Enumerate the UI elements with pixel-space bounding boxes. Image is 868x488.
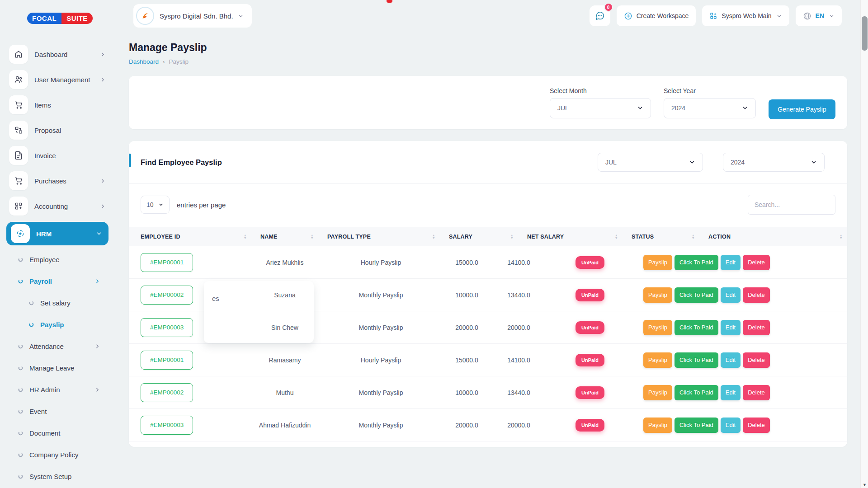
sidebar-subitem-attendance[interactable]: Attendance (0, 338, 115, 354)
column-header-label: ACTION (708, 234, 731, 240)
payslip-button[interactable]: Payslip (643, 418, 672, 433)
column-header-status[interactable]: STATUS▲▼ (623, 227, 699, 246)
grid-icon (709, 12, 717, 20)
sidebar-subitem-company-policy[interactable]: Company Policy (0, 447, 115, 462)
sort-icon: ▲▼ (244, 234, 247, 239)
click-to-paid-button[interactable]: Click To Paid (675, 418, 718, 433)
chevron-right-icon (94, 343, 100, 349)
app-selector[interactable]: Syspro Web Main (702, 5, 789, 26)
delete-button[interactable]: Delete (743, 418, 770, 433)
month-select[interactable]: JUL (550, 98, 651, 118)
click-to-paid-button[interactable]: Click To Paid (675, 287, 718, 303)
chevron-down-icon (742, 105, 748, 111)
bullet-icon (29, 322, 34, 327)
payslip-button[interactable]: Payslip (643, 385, 672, 400)
page-size-control: 10 entries per page (141, 196, 226, 214)
column-header-action[interactable]: ACTION▲▼ (699, 227, 847, 246)
sidebar-item-label: Proposal (34, 127, 61, 134)
sidebar-item-dashboard[interactable]: Dashboard (9, 45, 108, 64)
employee-name: Sin Chew (253, 324, 316, 331)
sidebar-item-label: Purchases (34, 177, 66, 185)
page-size-select[interactable]: 10 (141, 196, 170, 214)
column-header-salary[interactable]: SALARY▲▼ (440, 227, 518, 246)
employee-id-button[interactable]: #EMP00003 (141, 416, 193, 435)
chevron-down-icon (238, 13, 244, 19)
column-header-label: PAYROLL TYPE (327, 234, 371, 240)
sidebar-item-accounting[interactable]: Accounting (9, 197, 108, 216)
employee-id-button[interactable]: #EMP00002 (141, 383, 193, 402)
bullet-icon (18, 474, 23, 479)
sidebar-subitem-payslip[interactable]: Payslip (0, 317, 115, 332)
sidebar-subitem-manage-leave[interactable]: Manage Leave (0, 360, 115, 375)
workspace-name: Syspro Digital Sdn. Bhd. (160, 12, 233, 20)
year-select[interactable]: 2024 (664, 98, 756, 118)
sidebar-subitem-set-salary[interactable]: Set salary (0, 295, 115, 310)
column-header-payroll-type[interactable]: PAYROLL TYPE▲▼ (318, 227, 440, 246)
column-header-net-salary[interactable]: NET SALARY▲▼ (518, 227, 623, 246)
payslip-button[interactable]: Payslip (643, 320, 672, 335)
search-input[interactable] (748, 195, 835, 215)
chat-button[interactable]: 0 (590, 5, 610, 26)
sidebar-subitem-label: Document (29, 429, 60, 437)
salary-value: 10000.0 (445, 389, 488, 396)
language-selector[interactable]: EN (796, 5, 842, 26)
sidebar-item-user-management[interactable]: User Management (9, 70, 108, 89)
create-workspace-button[interactable]: Create Workspace (617, 5, 696, 26)
sidebar: FOCALSUITE Dashboard User Management Ite… (0, 0, 115, 488)
workspace-selector[interactable]: Syspro Digital Sdn. Bhd. (133, 4, 252, 28)
sidebar-subitem-payroll[interactable]: Payroll (0, 273, 115, 289)
sidebar-item-proposal[interactable]: Proposal (9, 121, 108, 140)
edit-button[interactable]: Edit (721, 418, 741, 433)
delete-button[interactable]: Delete (743, 352, 770, 368)
column-header-employee-id[interactable]: EMPLOYEE ID▲▼ (129, 227, 251, 246)
edit-button[interactable]: Edit (721, 320, 741, 335)
scrollbar-down-arrow-icon[interactable]: ▼ (861, 483, 868, 487)
find-year-select[interactable]: 2024 (723, 153, 825, 172)
payslip-button[interactable]: Payslip (643, 352, 672, 368)
sidebar-item-purchases[interactable]: Purchases (9, 171, 108, 190)
sidebar-subitem-hr-admin[interactable]: HR Admin (0, 382, 115, 397)
scrollbar-thumb[interactable] (862, 16, 868, 51)
chat-icon (595, 11, 605, 21)
edit-button[interactable]: Edit (721, 287, 741, 303)
payslip-button[interactable]: Payslip (643, 287, 672, 303)
sidebar-subitem-system-setup[interactable]: System Setup (0, 469, 115, 484)
find-year-value: 2024 (731, 159, 745, 166)
delete-button[interactable]: Delete (743, 255, 770, 270)
sidebar-menu: Dashboard User Management Items Proposal… (0, 45, 115, 484)
page-scrollbar[interactable]: ▼ (860, 0, 868, 488)
sidebar-subitem-employee[interactable]: Employee (0, 252, 115, 267)
bullet-icon (18, 257, 23, 262)
find-month-select[interactable]: JUL (598, 153, 703, 172)
sidebar-subitem-document[interactable]: Document (0, 425, 115, 441)
employee-id-button[interactable]: #EMP00003 (141, 318, 193, 337)
click-to-paid-button[interactable]: Click To Paid (675, 352, 718, 368)
breadcrumb-dashboard-link[interactable]: Dashboard (129, 58, 159, 65)
employee-id-button[interactable]: #EMP00001 (141, 253, 193, 272)
column-header-name[interactable]: NAME▲▼ (251, 227, 318, 246)
delete-button[interactable]: Delete (743, 287, 770, 303)
click-to-paid-button[interactable]: Click To Paid (675, 255, 718, 270)
bullet-icon (18, 409, 23, 414)
brand-logo[interactable]: FOCALSUITE (27, 13, 93, 24)
edit-button[interactable]: Edit (721, 385, 741, 400)
generate-payslip-button[interactable]: Generate Payslip (769, 99, 835, 119)
accounting-icon (9, 197, 28, 216)
click-to-paid-button[interactable]: Click To Paid (675, 320, 718, 335)
bullet-icon (18, 387, 23, 392)
employee-id-button[interactable]: #EMP00002 (141, 286, 193, 305)
select-year-label: Select Year (664, 87, 756, 94)
sidebar-item-hrm[interactable]: HRM (6, 222, 108, 245)
sidebar-item-invoice[interactable]: Invoice (9, 146, 108, 165)
bullet-icon (18, 366, 23, 371)
sidebar-subitem-event[interactable]: Event (0, 404, 115, 419)
sidebar-item-items[interactable]: Items (9, 95, 108, 114)
employee-id-button[interactable]: #EMP00001 (141, 351, 193, 370)
edit-button[interactable]: Edit (721, 352, 741, 368)
delete-button[interactable]: Delete (743, 385, 770, 400)
payslip-button[interactable]: Payslip (643, 255, 672, 270)
delete-button[interactable]: Delete (743, 320, 770, 335)
edit-button[interactable]: Edit (721, 255, 741, 270)
click-to-paid-button[interactable]: Click To Paid (675, 385, 718, 400)
salary-value: 15000.0 (445, 357, 488, 364)
